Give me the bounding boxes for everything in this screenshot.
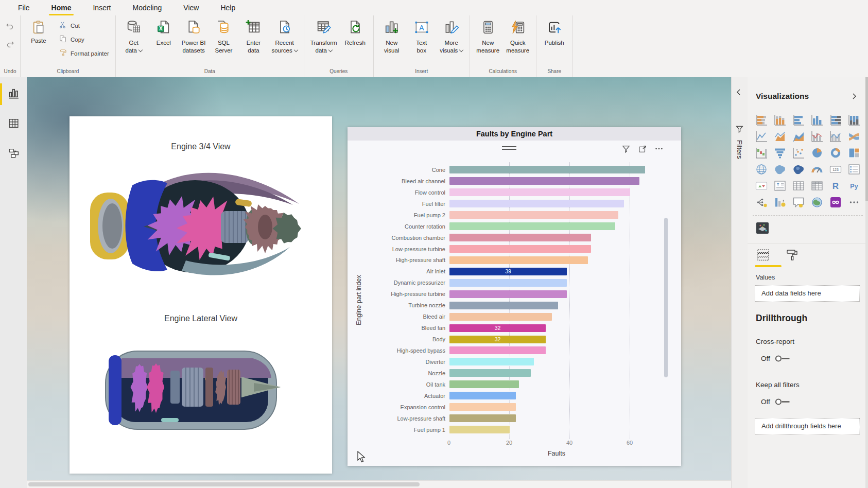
faults-chart-visual[interactable]: Faults by Engine Part ConeBleed air chan… xyxy=(348,127,681,466)
format-tab[interactable] xyxy=(785,248,800,264)
more-options-icon[interactable] xyxy=(654,144,664,155)
keep-all-filters-toggle[interactable]: Off xyxy=(761,397,793,406)
ribbon-chart-icon[interactable] xyxy=(846,130,862,143)
shape-map-icon[interactable] xyxy=(791,163,806,176)
table-icon[interactable] xyxy=(791,179,806,193)
drillthrough-field-well[interactable]: Add drillthrough fields here xyxy=(755,418,860,434)
expand-filters-icon[interactable] xyxy=(735,89,742,98)
bar-expansion-control[interactable] xyxy=(449,403,516,411)
visual-filter-icon[interactable] xyxy=(621,144,631,155)
quick-measure-button[interactable]: Quickmeasure xyxy=(503,16,533,54)
r-script-visual-icon[interactable]: R xyxy=(828,179,843,193)
bar-turbine-nozzle[interactable] xyxy=(449,302,558,309)
enter-data-button[interactable]: Enterdata xyxy=(238,16,268,54)
100-stacked-bar-chart-icon[interactable] xyxy=(828,113,843,127)
bar-combustion-chamber[interactable] xyxy=(449,234,591,241)
bar-nozzle[interactable] xyxy=(449,369,531,377)
report-canvas[interactable]: Engine 3/4 View xyxy=(27,77,731,488)
scatter-chart-icon[interactable] xyxy=(791,146,806,160)
clustered-bar-chart-icon[interactable] xyxy=(791,113,806,127)
bar-counter-rotation[interactable] xyxy=(449,222,615,230)
kpi-icon[interactable] xyxy=(754,179,769,193)
get-data-button[interactable]: Getdata xyxy=(119,16,149,54)
menu-item-insert[interactable]: Insert xyxy=(82,0,121,15)
bar-air-inlet[interactable]: 39 xyxy=(449,268,567,275)
custom-visual-icon[interactable] xyxy=(756,222,769,235)
treemap-icon[interactable] xyxy=(846,146,862,160)
more-options-icon[interactable] xyxy=(846,196,862,209)
stacked-column-chart-icon[interactable] xyxy=(772,113,788,127)
bar-high-pressure-turbine[interactable] xyxy=(449,290,567,298)
menu-item-file[interactable]: File xyxy=(7,0,41,15)
decomposition-tree-icon[interactable] xyxy=(754,196,769,209)
100-stacked-column-chart-icon[interactable] xyxy=(846,113,862,127)
bar-bleed-air-channel[interactable] xyxy=(449,177,639,185)
paste-button[interactable]: Paste xyxy=(24,16,54,60)
model-view-button[interactable] xyxy=(0,141,27,167)
map-icon[interactable] xyxy=(754,163,769,176)
transform-data-button[interactable]: Transformdata xyxy=(307,16,340,54)
bar-fuel-pump-2[interactable] xyxy=(449,211,618,219)
redo-button[interactable] xyxy=(5,40,15,51)
data-view-button[interactable] xyxy=(0,111,27,137)
bar-fuel-filter[interactable] xyxy=(449,200,624,207)
excel-button[interactable]: XExcel xyxy=(149,16,179,47)
power-automate-icon[interactable] xyxy=(828,196,843,209)
drag-handle-icon[interactable] xyxy=(502,146,516,151)
bar-dynamic-pressurizer[interactable] xyxy=(449,279,567,287)
qa-visual-icon[interactable] xyxy=(791,196,806,209)
bar-diverter[interactable] xyxy=(449,358,534,365)
cut-button[interactable]: Cut xyxy=(56,19,112,32)
new-visual-button[interactable]: Newvisual xyxy=(377,16,407,54)
stacked-bar-chart-icon[interactable] xyxy=(754,113,769,127)
slicer-icon[interactable] xyxy=(772,179,788,193)
arcgis-map-icon[interactable] xyxy=(809,196,825,209)
gauge-icon[interactable] xyxy=(809,163,825,176)
new-measure-button[interactable]: Newmeasure xyxy=(473,16,503,54)
donut-chart-icon[interactable] xyxy=(828,146,843,160)
bar-flow-control[interactable] xyxy=(449,188,630,196)
bar-fuel-pump-1[interactable] xyxy=(449,426,510,433)
more-visuals-button[interactable]: Morevisuals xyxy=(437,16,466,54)
menu-item-home[interactable]: Home xyxy=(41,0,82,15)
cross-report-toggle[interactable]: Off xyxy=(761,354,793,363)
line-chart-icon[interactable] xyxy=(754,130,769,143)
bar-oil-tank[interactable] xyxy=(449,380,519,388)
publish-button[interactable]: Publish xyxy=(540,16,569,47)
format-painter-button[interactable]: Format painter xyxy=(56,46,112,60)
recent-sources-button[interactable]: Recentsources xyxy=(268,16,300,54)
bar-bleed-air[interactable] xyxy=(449,313,552,321)
python-visual-icon[interactable]: Py xyxy=(846,179,862,193)
power-bi-datasets-button[interactable]: Power BIdatasets xyxy=(179,16,209,54)
bar-high-speed-bypass[interactable] xyxy=(449,346,546,354)
canvas-horizontal-scrollbar[interactable] xyxy=(27,480,731,488)
report-view-button[interactable] xyxy=(0,81,27,107)
stacked-area-chart-icon[interactable] xyxy=(791,130,806,143)
filled-map-icon[interactable] xyxy=(772,163,788,176)
text-box-button[interactable]: ATextbox xyxy=(407,16,437,54)
filters-pane-label[interactable]: Filters xyxy=(736,140,743,159)
waterfall-chart-icon[interactable] xyxy=(754,146,769,160)
bar-cone[interactable] xyxy=(449,166,645,173)
funnel-chart-icon[interactable] xyxy=(772,146,788,160)
clustered-column-chart-icon[interactable] xyxy=(809,113,825,127)
collapse-visualizations-icon[interactable] xyxy=(850,93,858,102)
menu-item-view[interactable]: View xyxy=(172,0,210,15)
key-influencers-icon[interactable] xyxy=(772,196,788,209)
undo-button[interactable] xyxy=(5,22,15,33)
menu-item-modeling[interactable]: Modeling xyxy=(121,0,172,15)
card-icon[interactable]: 123 xyxy=(828,163,843,176)
refresh-button[interactable]: Refresh xyxy=(340,16,370,47)
bar-actuator[interactable] xyxy=(449,392,516,399)
menu-item-help[interactable]: Help xyxy=(210,0,246,15)
area-chart-icon[interactable] xyxy=(772,130,788,143)
matrix-icon[interactable] xyxy=(809,179,825,193)
focus-mode-icon[interactable] xyxy=(638,144,647,155)
panel-scrollbar[interactable] xyxy=(865,77,868,488)
bar-low-pressure-turbine[interactable] xyxy=(449,245,591,253)
values-field-well[interactable]: Add data fields here xyxy=(755,285,860,302)
bar-body[interactable]: 32 xyxy=(449,336,546,343)
bar-bleed-fan[interactable]: 32 xyxy=(449,324,546,332)
bar-high-pressure-shaft[interactable] xyxy=(449,256,588,264)
pie-chart-icon[interactable] xyxy=(809,146,825,160)
